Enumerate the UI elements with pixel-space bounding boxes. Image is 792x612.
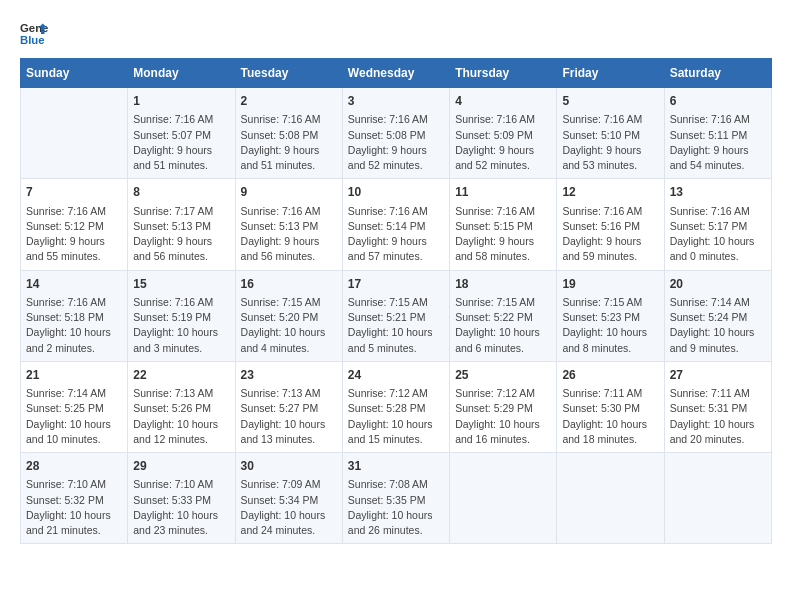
logo: General Blue — [20, 20, 48, 48]
day-number: 28 — [26, 458, 122, 475]
day-number: 6 — [670, 93, 766, 110]
calendar-cell: 10Sunrise: 7:16 AM Sunset: 5:14 PM Dayli… — [342, 179, 449, 270]
day-number: 21 — [26, 367, 122, 384]
calendar-cell — [664, 453, 771, 544]
calendar-cell — [557, 453, 664, 544]
week-row-3: 14Sunrise: 7:16 AM Sunset: 5:18 PM Dayli… — [21, 270, 772, 361]
calendar-cell: 15Sunrise: 7:16 AM Sunset: 5:19 PM Dayli… — [128, 270, 235, 361]
day-info: Sunrise: 7:13 AM Sunset: 5:26 PM Dayligh… — [133, 386, 229, 447]
calendar-cell: 22Sunrise: 7:13 AM Sunset: 5:26 PM Dayli… — [128, 361, 235, 452]
day-info: Sunrise: 7:16 AM Sunset: 5:13 PM Dayligh… — [241, 204, 337, 265]
day-info: Sunrise: 7:16 AM Sunset: 5:07 PM Dayligh… — [133, 112, 229, 173]
day-number: 15 — [133, 276, 229, 293]
day-info: Sunrise: 7:16 AM Sunset: 5:09 PM Dayligh… — [455, 112, 551, 173]
calendar-cell: 1Sunrise: 7:16 AM Sunset: 5:07 PM Daylig… — [128, 88, 235, 179]
calendar-cell: 14Sunrise: 7:16 AM Sunset: 5:18 PM Dayli… — [21, 270, 128, 361]
day-header-friday: Friday — [557, 59, 664, 88]
day-header-thursday: Thursday — [450, 59, 557, 88]
calendar-cell: 24Sunrise: 7:12 AM Sunset: 5:28 PM Dayli… — [342, 361, 449, 452]
day-info: Sunrise: 7:15 AM Sunset: 5:23 PM Dayligh… — [562, 295, 658, 356]
day-info: Sunrise: 7:16 AM Sunset: 5:11 PM Dayligh… — [670, 112, 766, 173]
day-number: 11 — [455, 184, 551, 201]
day-number: 12 — [562, 184, 658, 201]
day-info: Sunrise: 7:16 AM Sunset: 5:14 PM Dayligh… — [348, 204, 444, 265]
day-info: Sunrise: 7:11 AM Sunset: 5:31 PM Dayligh… — [670, 386, 766, 447]
calendar-cell: 2Sunrise: 7:16 AM Sunset: 5:08 PM Daylig… — [235, 88, 342, 179]
calendar-cell: 18Sunrise: 7:15 AM Sunset: 5:22 PM Dayli… — [450, 270, 557, 361]
day-info: Sunrise: 7:12 AM Sunset: 5:28 PM Dayligh… — [348, 386, 444, 447]
week-row-2: 7Sunrise: 7:16 AM Sunset: 5:12 PM Daylig… — [21, 179, 772, 270]
day-info: Sunrise: 7:16 AM Sunset: 5:08 PM Dayligh… — [348, 112, 444, 173]
day-number: 2 — [241, 93, 337, 110]
calendar-cell: 21Sunrise: 7:14 AM Sunset: 5:25 PM Dayli… — [21, 361, 128, 452]
calendar-header-row: SundayMondayTuesdayWednesdayThursdayFrid… — [21, 59, 772, 88]
day-info: Sunrise: 7:16 AM Sunset: 5:17 PM Dayligh… — [670, 204, 766, 265]
day-number: 17 — [348, 276, 444, 293]
calendar-cell: 29Sunrise: 7:10 AM Sunset: 5:33 PM Dayli… — [128, 453, 235, 544]
calendar-cell: 5Sunrise: 7:16 AM Sunset: 5:10 PM Daylig… — [557, 88, 664, 179]
day-number: 26 — [562, 367, 658, 384]
day-info: Sunrise: 7:09 AM Sunset: 5:34 PM Dayligh… — [241, 477, 337, 538]
day-info: Sunrise: 7:08 AM Sunset: 5:35 PM Dayligh… — [348, 477, 444, 538]
calendar-cell: 28Sunrise: 7:10 AM Sunset: 5:32 PM Dayli… — [21, 453, 128, 544]
day-info: Sunrise: 7:14 AM Sunset: 5:25 PM Dayligh… — [26, 386, 122, 447]
week-row-4: 21Sunrise: 7:14 AM Sunset: 5:25 PM Dayli… — [21, 361, 772, 452]
day-number: 27 — [670, 367, 766, 384]
calendar-cell: 4Sunrise: 7:16 AM Sunset: 5:09 PM Daylig… — [450, 88, 557, 179]
calendar-cell: 7Sunrise: 7:16 AM Sunset: 5:12 PM Daylig… — [21, 179, 128, 270]
day-header-wednesday: Wednesday — [342, 59, 449, 88]
day-info: Sunrise: 7:17 AM Sunset: 5:13 PM Dayligh… — [133, 204, 229, 265]
day-info: Sunrise: 7:16 AM Sunset: 5:08 PM Dayligh… — [241, 112, 337, 173]
calendar-cell: 30Sunrise: 7:09 AM Sunset: 5:34 PM Dayli… — [235, 453, 342, 544]
day-info: Sunrise: 7:16 AM Sunset: 5:10 PM Dayligh… — [562, 112, 658, 173]
calendar-cell: 25Sunrise: 7:12 AM Sunset: 5:29 PM Dayli… — [450, 361, 557, 452]
calendar-cell: 9Sunrise: 7:16 AM Sunset: 5:13 PM Daylig… — [235, 179, 342, 270]
calendar-cell: 20Sunrise: 7:14 AM Sunset: 5:24 PM Dayli… — [664, 270, 771, 361]
day-number: 23 — [241, 367, 337, 384]
header: General Blue — [20, 20, 772, 48]
day-info: Sunrise: 7:15 AM Sunset: 5:22 PM Dayligh… — [455, 295, 551, 356]
calendar-cell: 16Sunrise: 7:15 AM Sunset: 5:20 PM Dayli… — [235, 270, 342, 361]
day-number: 10 — [348, 184, 444, 201]
day-number: 22 — [133, 367, 229, 384]
day-info: Sunrise: 7:10 AM Sunset: 5:32 PM Dayligh… — [26, 477, 122, 538]
day-info: Sunrise: 7:14 AM Sunset: 5:24 PM Dayligh… — [670, 295, 766, 356]
day-number: 24 — [348, 367, 444, 384]
day-number: 31 — [348, 458, 444, 475]
logo-icon: General Blue — [20, 20, 48, 48]
day-info: Sunrise: 7:16 AM Sunset: 5:18 PM Dayligh… — [26, 295, 122, 356]
calendar-cell — [450, 453, 557, 544]
calendar-cell: 6Sunrise: 7:16 AM Sunset: 5:11 PM Daylig… — [664, 88, 771, 179]
day-number: 1 — [133, 93, 229, 110]
week-row-1: 1Sunrise: 7:16 AM Sunset: 5:07 PM Daylig… — [21, 88, 772, 179]
day-info: Sunrise: 7:12 AM Sunset: 5:29 PM Dayligh… — [455, 386, 551, 447]
day-info: Sunrise: 7:16 AM Sunset: 5:19 PM Dayligh… — [133, 295, 229, 356]
calendar-cell: 26Sunrise: 7:11 AM Sunset: 5:30 PM Dayli… — [557, 361, 664, 452]
day-number: 18 — [455, 276, 551, 293]
day-number: 13 — [670, 184, 766, 201]
day-number: 30 — [241, 458, 337, 475]
calendar-cell: 27Sunrise: 7:11 AM Sunset: 5:31 PM Dayli… — [664, 361, 771, 452]
day-number: 8 — [133, 184, 229, 201]
day-number: 19 — [562, 276, 658, 293]
day-number: 29 — [133, 458, 229, 475]
calendar-cell: 31Sunrise: 7:08 AM Sunset: 5:35 PM Dayli… — [342, 453, 449, 544]
day-header-sunday: Sunday — [21, 59, 128, 88]
day-header-monday: Monday — [128, 59, 235, 88]
svg-text:Blue: Blue — [20, 34, 45, 46]
calendar-cell: 17Sunrise: 7:15 AM Sunset: 5:21 PM Dayli… — [342, 270, 449, 361]
calendar-cell: 8Sunrise: 7:17 AM Sunset: 5:13 PM Daylig… — [128, 179, 235, 270]
day-number: 4 — [455, 93, 551, 110]
day-info: Sunrise: 7:15 AM Sunset: 5:20 PM Dayligh… — [241, 295, 337, 356]
day-info: Sunrise: 7:16 AM Sunset: 5:15 PM Dayligh… — [455, 204, 551, 265]
week-row-5: 28Sunrise: 7:10 AM Sunset: 5:32 PM Dayli… — [21, 453, 772, 544]
day-info: Sunrise: 7:10 AM Sunset: 5:33 PM Dayligh… — [133, 477, 229, 538]
day-number: 20 — [670, 276, 766, 293]
calendar-cell: 11Sunrise: 7:16 AM Sunset: 5:15 PM Dayli… — [450, 179, 557, 270]
day-info: Sunrise: 7:11 AM Sunset: 5:30 PM Dayligh… — [562, 386, 658, 447]
day-header-saturday: Saturday — [664, 59, 771, 88]
day-number: 16 — [241, 276, 337, 293]
calendar-cell: 12Sunrise: 7:16 AM Sunset: 5:16 PM Dayli… — [557, 179, 664, 270]
day-info: Sunrise: 7:15 AM Sunset: 5:21 PM Dayligh… — [348, 295, 444, 356]
day-number: 14 — [26, 276, 122, 293]
